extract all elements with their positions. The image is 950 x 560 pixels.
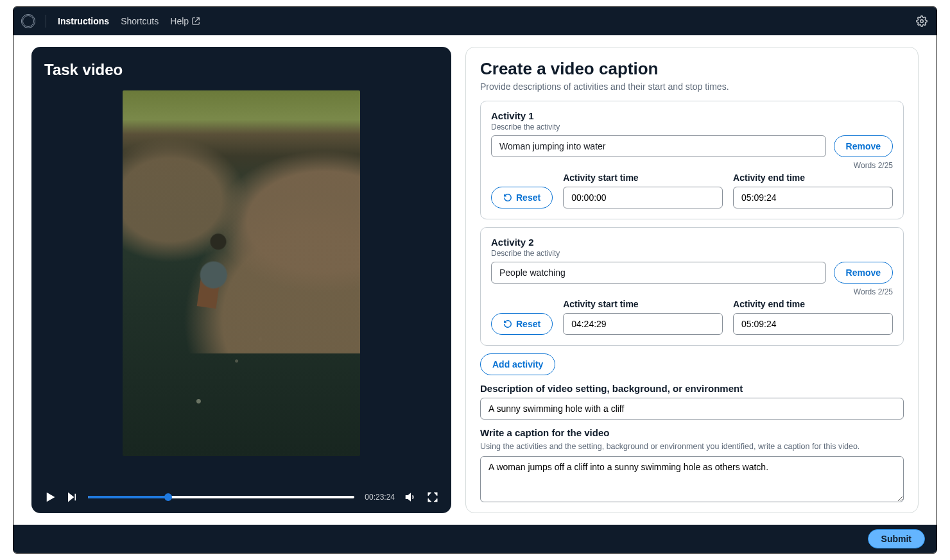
progress-filled [88,496,168,498]
video-panel: Task video 00:23:24 [31,47,451,513]
video-title: Task video [44,61,438,79]
reset-button[interactable]: Reset [491,313,553,335]
nav-shortcuts[interactable]: Shortcuts [121,16,159,26]
word-count: Words 2/25 [491,287,893,296]
undo-icon [503,193,512,202]
caption-helper: Using the activities and the setting, ba… [480,442,904,451]
setting-label: Description of video setting, background… [480,383,904,394]
external-link-icon [191,17,200,26]
activity-description-input[interactable] [491,135,826,157]
video-thumbnail[interactable] [123,90,360,456]
progress-thumb[interactable] [164,493,172,501]
remove-button[interactable]: Remove [834,262,893,284]
form-subtitle: Provide descriptions of activities and t… [480,81,904,92]
end-time-label: Activity end time [733,299,893,309]
topbar-divider [46,15,46,28]
activity-title: Activity 1 [491,110,893,121]
submit-button[interactable]: Submit [868,529,925,548]
logo-icon [22,15,34,27]
nav-help[interactable]: Help [170,16,200,26]
undo-icon [503,319,512,328]
start-time-label: Activity start time [563,299,723,309]
fullscreen-icon[interactable] [427,491,438,503]
add-activity-button[interactable]: Add activity [480,353,555,375]
start-time-input[interactable] [563,187,723,208]
end-time-input[interactable] [733,313,893,335]
caption-label: Write a caption for the video [480,427,904,438]
svg-marker-2 [69,493,74,501]
form-panel: Create a video caption Provide descripti… [465,47,919,513]
caption-textarea[interactable] [480,456,904,502]
gear-icon[interactable] [916,15,928,27]
start-time-input[interactable] [563,313,723,335]
video-frame [44,90,438,480]
activity-title: Activity 2 [491,237,893,248]
end-time-input[interactable] [733,187,893,208]
reset-label: Reset [516,192,540,203]
footer-bar: Submit [13,525,937,553]
describe-label: Describe the activity [491,123,893,132]
svg-marker-1 [48,493,55,501]
activity-card: Activity 2 Describe the activity Remove … [480,227,904,346]
svg-point-0 [920,20,924,23]
volume-icon[interactable] [405,491,417,503]
setting-input[interactable] [480,398,904,420]
start-time-label: Activity start time [563,173,723,183]
remove-button[interactable]: Remove [834,135,893,157]
reset-button[interactable]: Reset [491,187,553,208]
nav-help-label: Help [170,16,189,26]
skip-forward-icon[interactable] [66,491,78,503]
svg-marker-4 [406,494,411,501]
word-count: Words 2/25 [491,161,893,170]
video-controls: 00:23:24 [44,480,438,503]
nav-instructions[interactable]: Instructions [58,16,109,26]
video-time: 00:23:24 [365,493,395,502]
describe-label: Describe the activity [491,249,893,258]
play-icon[interactable] [44,491,56,503]
form-heading: Create a video caption [480,59,904,79]
activity-description-input[interactable] [491,262,826,284]
end-time-label: Activity end time [733,173,893,183]
progress-bar[interactable] [88,496,354,498]
reset-label: Reset [516,319,540,329]
activity-card: Activity 1 Describe the activity Remove … [480,101,904,219]
topbar: Instructions Shortcuts Help [13,7,937,35]
